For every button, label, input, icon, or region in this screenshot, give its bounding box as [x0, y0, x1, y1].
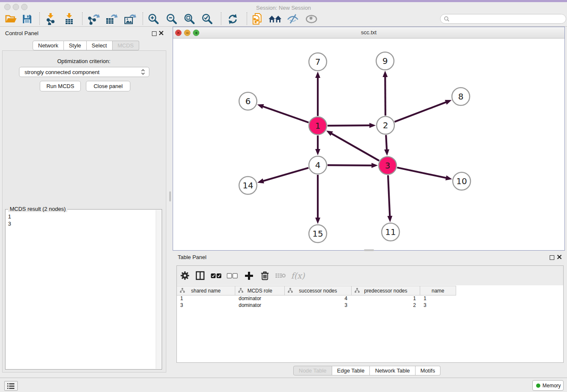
- search-input[interactable]: [451, 16, 559, 22]
- toolbar-separator: [39, 12, 40, 25]
- column-header-successor-nodes[interactable]: successor nodes: [285, 286, 352, 295]
- graph-node-label-11: 11: [385, 227, 396, 237]
- table-cell[interactable]: 4: [285, 295, 352, 302]
- task-history-button[interactable]: [4, 381, 18, 391]
- table-settings-gear-icon[interactable]: [179, 269, 191, 282]
- search-icon: [444, 16, 449, 22]
- table-cell[interactable]: 3: [177, 302, 235, 309]
- show-columns-icon[interactable]: [194, 269, 206, 282]
- delete-column-trash-icon[interactable]: [259, 269, 271, 282]
- toolbar-search-field[interactable]: [440, 14, 566, 24]
- memory-button[interactable]: Memory: [532, 380, 564, 391]
- graph-edge-arrowhead: [257, 179, 264, 184]
- tab-network-table[interactable]: Network Table: [370, 366, 415, 375]
- open-folder-icon[interactable]: [4, 13, 18, 25]
- graph-node-label-3: 3: [385, 160, 391, 171]
- tab-motifs[interactable]: Motifs: [416, 366, 441, 375]
- control-panel-float-button[interactable]: [152, 31, 157, 36]
- mcds-result-line: 1: [8, 213, 11, 220]
- show-all-eye-icon[interactable]: [305, 13, 318, 25]
- network-view-window: scc.txt 7968124314101511: [173, 27, 565, 251]
- zoom-in-icon[interactable]: [147, 13, 160, 25]
- graph-edge-1-6[interactable]: [262, 106, 308, 123]
- table-row-3[interactable]: 3dominator323: [177, 302, 456, 309]
- graph-edge-arrowhead: [369, 123, 376, 128]
- table-panel-float-button[interactable]: [550, 255, 554, 260]
- export-network-icon[interactable]: [87, 13, 100, 25]
- graph-edge-3-1[interactable]: [330, 133, 379, 160]
- deselect-all-rows-icon[interactable]: [226, 269, 239, 282]
- zoom-fit-icon[interactable]: [183, 13, 196, 25]
- refresh-icon[interactable]: [226, 13, 239, 25]
- mcds-result-box: MCDS result (2 nodes) 13: [5, 209, 162, 370]
- main-toolbar: [0, 12, 567, 27]
- table-cell[interactable]: 3: [285, 302, 352, 309]
- import-table-icon[interactable]: [63, 13, 76, 25]
- zoom-out-icon[interactable]: [165, 13, 179, 25]
- tab-style[interactable]: Style: [64, 41, 87, 50]
- graph-edge-arrowhead: [387, 216, 392, 222]
- network-window-titlebar[interactable]: scc.txt: [173, 27, 564, 39]
- table-cell[interactable]: 2: [352, 302, 420, 309]
- function-builder-icon[interactable]: f(x): [289, 269, 306, 282]
- run-mcds-button[interactable]: Run MCDS: [40, 81, 81, 91]
- graph-edge-2-3[interactable]: [386, 135, 387, 151]
- first-neighbors-home-icon[interactable]: [268, 13, 282, 25]
- graph-edge-4-3[interactable]: [328, 165, 373, 166]
- column-header-shared-name[interactable]: shared name: [177, 286, 235, 295]
- export-image-icon[interactable]: [123, 13, 137, 25]
- tab-edge-table[interactable]: Edge Table: [332, 366, 370, 375]
- tab-select[interactable]: Select: [87, 41, 113, 50]
- criterion-dropdown[interactable]: strongly connected component: [19, 67, 149, 77]
- graph-edge-arrowhead: [257, 104, 264, 109]
- table-panel-close-icon[interactable]: [557, 254, 562, 259]
- clone-network-icon[interactable]: [250, 13, 264, 25]
- table-cell[interactable]: dominator: [235, 295, 285, 302]
- zoom-selected-icon[interactable]: [201, 13, 214, 25]
- graph-edge-3-11[interactable]: [388, 175, 390, 217]
- network-canvas[interactable]: 7968124314101511: [173, 39, 564, 250]
- save-session-icon[interactable]: [20, 13, 34, 25]
- tab-network[interactable]: Network: [33, 41, 64, 50]
- graph-edge-2-9[interactable]: [385, 76, 385, 116]
- select-all-rows-icon[interactable]: [210, 269, 223, 282]
- tab-mcds[interactable]: MCDS: [113, 41, 139, 50]
- table-cell[interactable]: 1: [177, 295, 235, 302]
- column-type-icon: [180, 288, 185, 294]
- graph-edge-2-8[interactable]: [394, 102, 447, 121]
- create-column-plus-icon[interactable]: [242, 269, 255, 282]
- table-cell[interactable]: 1: [352, 295, 420, 302]
- table-cell[interactable]: 1: [420, 295, 456, 302]
- hide-selected-icon[interactable]: [286, 13, 300, 25]
- column-header-name[interactable]: name: [420, 286, 456, 295]
- column-header-MCDS-role[interactable]: MCDS role: [235, 286, 285, 295]
- control-panel-close-icon[interactable]: [159, 30, 164, 36]
- column-header-label: shared name: [191, 288, 220, 294]
- table-cell[interactable]: 3: [420, 302, 456, 309]
- memory-status-dot: [536, 384, 540, 388]
- close-panel-button[interactable]: Close panel: [86, 81, 130, 91]
- delete-table-icon[interactable]: [274, 269, 287, 282]
- column-header-label: name: [432, 288, 444, 294]
- column-type-icon: [288, 288, 293, 294]
- export-table-icon[interactable]: [105, 13, 118, 25]
- graph-node-label-8: 8: [458, 91, 464, 102]
- control-panel-tabs: NetworkStyleSelectMCDS: [33, 41, 139, 50]
- column-header-predecessor-nodes[interactable]: predecessor nodes: [352, 286, 420, 295]
- close-panel-label: Close panel: [94, 83, 123, 89]
- mcds-result-title: MCDS result (2 nodes): [8, 206, 67, 212]
- horizontal-splitter-grip[interactable]: [364, 249, 374, 251]
- graph-edge-1-2[interactable]: [328, 125, 371, 126]
- tab-node-table[interactable]: Node Table: [293, 366, 332, 375]
- mcds-result-scrollbar[interactable]: [156, 210, 161, 369]
- network-window-title: scc.txt: [173, 29, 564, 36]
- table-cell[interactable]: dominator: [235, 302, 285, 309]
- table-row-1[interactable]: 1dominator411: [177, 295, 456, 302]
- list-icon: [7, 383, 15, 389]
- graph-edge-4-14[interactable]: [262, 168, 308, 181]
- vertical-splitter-grip[interactable]: [169, 191, 171, 202]
- graph-edge-3-10[interactable]: [397, 168, 447, 178]
- chevron-up-down-icon: [140, 69, 146, 75]
- import-network-icon[interactable]: [44, 13, 58, 25]
- graph-node-label-14: 14: [242, 180, 253, 190]
